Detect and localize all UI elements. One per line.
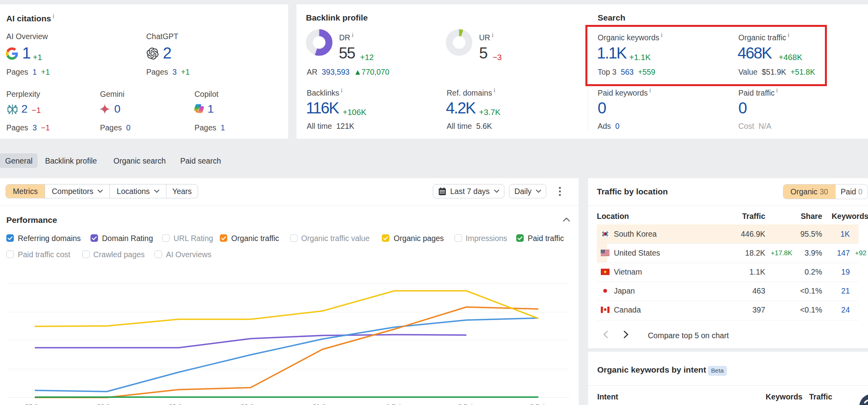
svg-text:3 Feb: 3 Feb <box>530 403 547 405</box>
svg-text:27 Jan: 27 Jan <box>25 403 45 405</box>
svg-text:29 Jan: 29 Jan <box>169 403 189 405</box>
svg-text:31 Jan: 31 Jan <box>313 403 332 405</box>
svg-text:30 Jan: 30 Jan <box>241 403 260 405</box>
svg-text:1 Feb: 1 Feb <box>386 403 403 405</box>
svg-text:28 Jan: 28 Jan <box>97 403 117 405</box>
svg-text:2 Feb: 2 Feb <box>458 403 475 405</box>
